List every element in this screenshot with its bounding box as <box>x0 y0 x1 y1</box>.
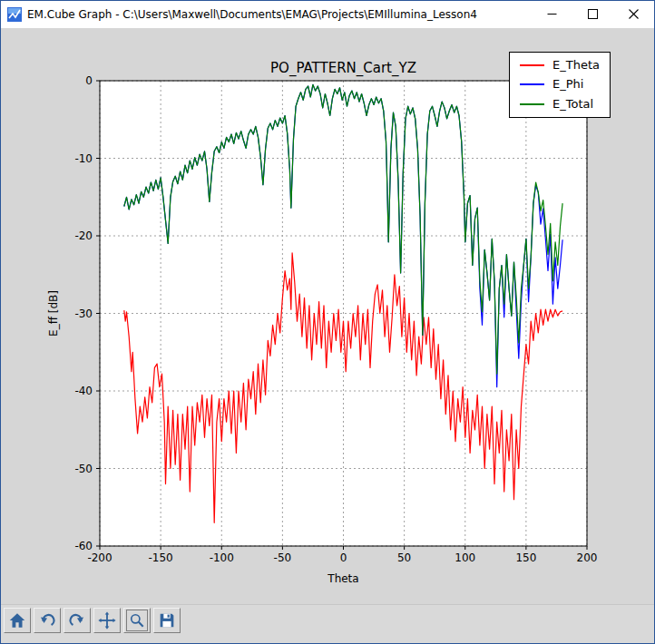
minimize-button[interactable] <box>532 1 572 28</box>
x-tick-label: -200 <box>87 551 112 564</box>
e-total-line-swatch <box>520 103 544 105</box>
zoom-icon <box>128 611 146 629</box>
plot-toolbar <box>1 604 654 636</box>
y-tick-label: -20 <box>74 229 93 242</box>
forward-icon <box>67 610 87 630</box>
legend-item-e-total: E_Total <box>520 98 600 111</box>
back-button[interactable] <box>34 608 61 633</box>
x-tick-label: 0 <box>340 551 347 564</box>
legend-item-e-phi: E_Phi <box>520 78 600 91</box>
e-theta-line-swatch <box>520 64 544 66</box>
save-button[interactable] <box>153 608 181 633</box>
forward-button[interactable] <box>64 608 91 633</box>
emcube-logo-icon <box>7 7 22 22</box>
y-axis-label: E_ff [dB] <box>47 290 60 337</box>
maximize-icon <box>588 8 598 22</box>
x-tick-label: 200 <box>577 551 598 564</box>
statusbar <box>1 636 654 643</box>
y-tick-label: -40 <box>74 385 93 397</box>
minimize-icon <box>547 8 557 22</box>
home-button[interactable] <box>4 608 31 633</box>
maximize-button[interactable] <box>572 1 613 28</box>
legend-label: E_Phi <box>552 78 583 91</box>
app-window: EM.Cube Graph - C:\Users\Maxwell\Documen… <box>0 0 655 644</box>
plot-title: PO_PATTERN_Cart_YZ <box>270 60 416 77</box>
y-tick-label: -60 <box>74 540 93 552</box>
x-tick-label: 100 <box>455 551 475 564</box>
legend-label: E_Total <box>552 98 593 111</box>
y-tick-label: 0 <box>85 74 93 87</box>
back-icon <box>37 610 57 630</box>
legend-label: E_Theta <box>552 59 600 72</box>
window-title: EM.Cube Graph - C:\Users\Maxwell\Documen… <box>27 8 526 21</box>
x-tick-label: -100 <box>210 551 234 564</box>
y-tick-label: -50 <box>74 463 93 475</box>
titlebar[interactable]: EM.Cube Graph - C:\Users\Maxwell\Documen… <box>1 1 654 28</box>
close-icon <box>629 8 639 22</box>
save-icon <box>157 610 177 630</box>
window-controls <box>532 1 654 28</box>
legend: E_Theta E_Phi E_Total <box>509 52 611 118</box>
x-tick-label: -50 <box>274 551 292 564</box>
legend-item-e-theta: E_Theta <box>520 59 600 72</box>
close-button[interactable] <box>613 1 654 28</box>
y-tick-label: -10 <box>74 152 93 165</box>
figure-canvas[interactable]: -200-150-100-500501001502000-10-20-30-40… <box>1 28 654 604</box>
y-tick-label: -30 <box>74 307 93 320</box>
x-axis-label: Theta <box>327 572 358 585</box>
x-tick-label: 50 <box>397 551 411 564</box>
x-tick-label: -150 <box>149 551 173 564</box>
pan-icon <box>97 610 117 630</box>
x-tick-label: 150 <box>515 551 536 564</box>
zoom-button[interactable] <box>123 608 151 633</box>
e-phi-line-swatch <box>520 83 544 85</box>
pan-button[interactable] <box>93 608 121 633</box>
home-icon <box>7 610 27 630</box>
